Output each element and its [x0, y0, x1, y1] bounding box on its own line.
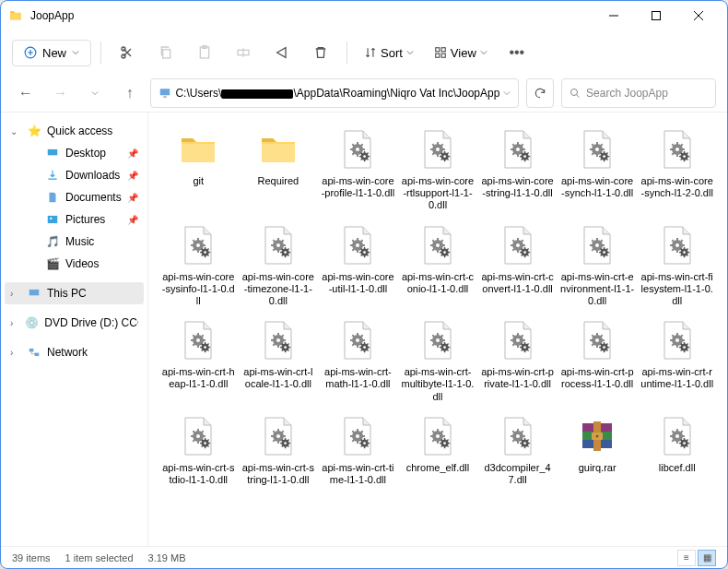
file-item[interactable]: api-ms-win-core-timezone-l1-1-0.dll	[240, 219, 318, 312]
svg-point-30	[516, 148, 520, 151]
new-button[interactable]: New	[12, 40, 91, 66]
address-bar: ← → ↑ C:\Users\\AppData\Roaming\Niqro Va…	[1, 75, 727, 112]
dll-file-icon	[575, 127, 619, 172]
svg-point-80	[364, 346, 367, 349]
delete-button[interactable]	[304, 36, 337, 69]
dll-file-icon	[655, 318, 699, 362]
rename-button[interactable]	[227, 36, 260, 69]
file-item[interactable]: api-ms-win-core-profile-l1-1-0.dll	[319, 124, 397, 216]
svg-rect-18	[29, 290, 40, 295]
sidebar-item-this-pc[interactable]: ›This PC	[5, 282, 144, 304]
file-item[interactable]: api-ms-win-core-rtlsupport-l1-1-0.dll	[399, 124, 477, 216]
folder-icon	[8, 8, 23, 23]
copy-button[interactable]	[149, 36, 182, 69]
svg-rect-16	[48, 216, 58, 223]
file-item[interactable]: api-ms-win-crt-process-l1-1-0.dll	[558, 314, 637, 407]
folder-item[interactable]: Required	[240, 124, 318, 216]
pictures-icon	[45, 212, 60, 227]
up-button[interactable]: ↑	[116, 78, 144, 108]
file-item[interactable]: api-ms-win-crt-environment-l1-1-0.dll	[558, 219, 637, 312]
details-view-button[interactable]: ≡	[677, 550, 696, 566]
folder-item[interactable]: git	[159, 124, 238, 216]
refresh-button[interactable]	[526, 78, 554, 108]
svg-point-122	[596, 434, 599, 437]
window-title: JoopApp	[30, 9, 593, 22]
maximize-button[interactable]	[635, 1, 677, 30]
paste-button[interactable]	[188, 36, 221, 69]
more-button[interactable]: •••	[500, 36, 534, 69]
sidebar-item-pictures[interactable]: Pictures📌	[23, 208, 144, 231]
file-item[interactable]: api-ms-win-crt-stdio-l1-1-0.dll	[159, 410, 238, 490]
pin-icon: 📌	[127, 171, 138, 181]
toolbar: New Sort View •••	[1, 30, 727, 75]
cut-button[interactable]	[111, 36, 144, 69]
sort-button[interactable]: Sort	[357, 41, 421, 65]
file-item[interactable]: api-ms-win-core-util-l1-1-0.dll	[319, 219, 397, 312]
desktop-icon	[45, 146, 60, 160]
sidebar-item-videos[interactable]: 🎬Videos	[23, 253, 144, 275]
file-item[interactable]: api-ms-win-core-sysinfo-l1-1-0.dll	[159, 219, 238, 312]
file-item[interactable]: api-ms-win-crt-heap-l1-1-0.dll	[159, 314, 238, 407]
share-button[interactable]	[265, 36, 299, 69]
documents-icon	[45, 190, 60, 205]
svg-point-82	[436, 338, 440, 342]
file-item[interactable]: api-ms-win-crt-convert-l1-1-0.dll	[478, 219, 557, 312]
file-item[interactable]: libcef.dll	[638, 410, 716, 490]
sidebar-item-documents[interactable]: Documents📌	[23, 186, 144, 208]
dll-file-icon	[256, 414, 300, 458]
svg-rect-19	[29, 349, 34, 352]
chevron-down-icon	[503, 89, 511, 97]
content-area: ⌄ ⭐ Quick access Desktop📌 Downloads📌 Doc…	[1, 112, 727, 546]
file-item[interactable]: api-ms-win-crt-conio-l1-1-0.dll	[399, 219, 477, 312]
item-name: api-ms-win-core-string-l1-1-0.dll	[480, 175, 555, 199]
status-item-count: 39 items	[12, 552, 51, 563]
sidebar-item-desktop[interactable]: Desktop📌	[23, 142, 144, 164]
svg-point-42	[196, 243, 200, 247]
file-item[interactable]: api-ms-win-crt-math-l1-1-0.dll	[319, 314, 397, 407]
sidebar-item-network[interactable]: ›Network	[5, 341, 144, 363]
file-item[interactable]: api-ms-win-crt-string-l1-1-0.dll	[240, 410, 318, 490]
svg-point-64	[603, 251, 605, 254]
file-item[interactable]: api-ms-win-core-synch-l1-1-0.dll	[558, 124, 637, 216]
file-item[interactable]: api-ms-win-crt-runtime-l1-1-0.dll	[638, 314, 716, 407]
file-item[interactable]: guirq.rar	[558, 410, 637, 490]
star-icon: ⭐	[27, 124, 41, 138]
sidebar-item-dvd[interactable]: ›💿DVD Drive (D:) CCCO	[5, 312, 144, 334]
file-item[interactable]: d3dcompiler_47.dll	[478, 410, 557, 490]
svg-point-78	[356, 338, 359, 342]
item-name: api-ms-win-core-timezone-l1-1-0.dll	[241, 271, 316, 308]
forward-button[interactable]: →	[47, 78, 75, 108]
minimize-button[interactable]	[593, 1, 635, 30]
file-item[interactable]: chrome_elf.dll	[399, 410, 477, 490]
close-button[interactable]	[677, 1, 720, 30]
file-item[interactable]: api-ms-win-crt-filesystem-l1-1-0.dll	[638, 219, 716, 312]
search-input[interactable]: Search JoopApp	[561, 78, 716, 108]
sidebar-item-quick-access[interactable]: ⌄ ⭐ Quick access	[5, 120, 144, 142]
dll-file-icon	[256, 223, 300, 267]
svg-rect-8	[436, 48, 440, 52]
file-view[interactable]: gitRequiredapi-ms-win-core-profile-l1-1-…	[148, 113, 727, 546]
address-path[interactable]: C:\Users\\AppData\Roaming\Niqro Vat Inc\…	[150, 78, 519, 108]
dll-file-icon	[176, 318, 220, 362]
item-name: d3dcompiler_47.dll	[480, 462, 555, 486]
file-item[interactable]: api-ms-win-crt-locale-l1-1-0.dll	[240, 314, 318, 407]
file-item[interactable]: api-ms-win-crt-private-l1-1-0.dll	[478, 314, 557, 407]
sidebar-item-downloads[interactable]: Downloads📌	[23, 164, 144, 186]
file-item[interactable]: api-ms-win-core-synch-l1-2-0.dll	[638, 124, 716, 216]
chevron-down-icon	[480, 49, 487, 56]
view-button[interactable]: View	[427, 41, 495, 65]
dll-file-icon	[335, 127, 380, 172]
back-button[interactable]: ←	[12, 78, 40, 108]
recent-dropdown-button[interactable]	[81, 78, 109, 108]
svg-point-114	[516, 434, 520, 438]
dll-file-icon	[416, 127, 460, 172]
folder-icon	[256, 127, 300, 172]
file-item[interactable]: api-ms-win-crt-time-l1-1-0.dll	[319, 410, 397, 490]
file-item[interactable]: api-ms-win-crt-multibyte-l1-1-0.dll	[399, 314, 477, 407]
sidebar-item-music[interactable]: 🎵Music	[23, 231, 144, 253]
icons-view-button[interactable]: ▦	[698, 550, 716, 566]
item-name: api-ms-win-crt-process-l1-1-0.dll	[560, 366, 635, 390]
dll-file-icon	[416, 223, 460, 267]
title-bar[interactable]: JoopApp	[1, 1, 727, 30]
file-item[interactable]: api-ms-win-core-string-l1-1-0.dll	[478, 124, 557, 216]
